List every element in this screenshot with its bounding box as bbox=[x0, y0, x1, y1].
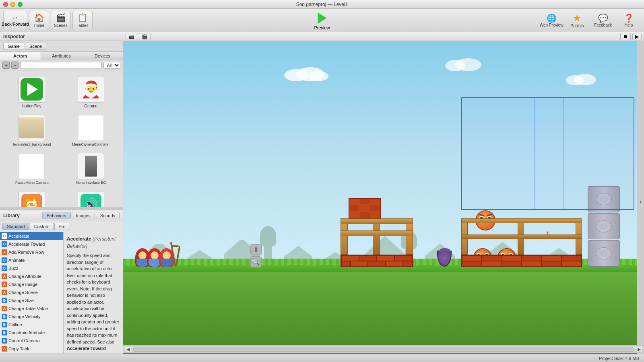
tab-pro[interactable]: Pro bbox=[54, 223, 70, 230]
camera-tool-button[interactable]: 📷 bbox=[126, 33, 137, 40]
publish-button[interactable]: ★ Publish bbox=[565, 12, 589, 28]
behavior-desc-text: Specify the speed and direction (angle) … bbox=[67, 252, 120, 353]
behavior-label-change-table-value: Change Table Value bbox=[8, 306, 48, 311]
web-preview-button[interactable]: 🌐 Web Preview bbox=[539, 13, 564, 27]
scene-overlay-controls: ⏸ 🔍 bbox=[250, 244, 262, 267]
badge-copy-table: A bbox=[2, 346, 7, 352]
actor-item-menucam[interactable]: MenuCameraController bbox=[62, 112, 120, 149]
tab-standard[interactable]: Standard bbox=[2, 223, 29, 230]
tables-button[interactable]: 📋 Tables bbox=[72, 11, 93, 30]
behavior-item-constrain-attribute[interactable]: B Constrain Attribute bbox=[0, 329, 63, 337]
window-controls[interactable] bbox=[3, 2, 23, 7]
add-actor-button[interactable]: + bbox=[2, 62, 10, 69]
gnome-icon: 🎅 bbox=[81, 80, 101, 99]
behavior-item-accelerate[interactable]: B Accelerate bbox=[0, 232, 63, 240]
scenes-button[interactable]: 🎬 Scenes bbox=[51, 11, 71, 30]
tab-devices[interactable]: Devices bbox=[82, 52, 123, 60]
behavior-label-accelerate: Accelerate bbox=[8, 234, 29, 239]
behavior-item-buzz[interactable]: B Buzz bbox=[0, 264, 63, 272]
actor-label-buttonplay: buttonPlay bbox=[23, 104, 41, 108]
inspector-title: Inspector bbox=[3, 34, 25, 39]
tab-attributes[interactable]: Attributes bbox=[41, 52, 82, 60]
help-icon: ❓ bbox=[624, 13, 634, 23]
behavior-item-add-remove-row[interactable]: A Add/Remove Row bbox=[0, 248, 63, 256]
behavior-item-change-size[interactable]: B Change Size bbox=[0, 296, 63, 304]
nav-label: Back/Forward bbox=[2, 22, 29, 27]
inspector-tabs: Actors Attributes Devices bbox=[0, 52, 123, 60]
behavior-item-copy-table[interactable]: A Copy Table bbox=[0, 345, 63, 353]
behavior-desc-title: Accelerate (Persistent Behavior) bbox=[67, 235, 120, 250]
actor-item-buttonplay[interactable]: buttonPlay bbox=[3, 74, 61, 111]
close-button[interactable] bbox=[3, 2, 8, 7]
zoom-out-overlay-button[interactable]: 🔍 bbox=[250, 256, 262, 267]
preview-button[interactable] bbox=[315, 11, 329, 25]
feedback-icon: 💬 bbox=[598, 13, 608, 23]
pause-overlay-button[interactable]: ⏸ bbox=[250, 244, 262, 255]
home-label: Home bbox=[34, 23, 45, 28]
help-button[interactable]: ❓ Help bbox=[617, 13, 641, 27]
tab-game[interactable]: Game bbox=[3, 43, 24, 50]
back-forward-button[interactable]: ‹ › Back/Forward bbox=[3, 11, 27, 30]
actor-label-levelselect-bg: levelselect_background bbox=[13, 142, 51, 146]
main-toolbar: ‹ › Back/Forward 🏠 Home 🎬 Scenes 📋 Table… bbox=[0, 9, 644, 32]
badge-change-velocity: B bbox=[2, 314, 7, 319]
actor-label-menuinterfacebg: Menu Interface BG bbox=[76, 181, 106, 185]
behavior-item-animate[interactable]: B Animate bbox=[0, 256, 63, 264]
home-button[interactable]: 🏠 Home bbox=[29, 11, 49, 30]
behavior-item-accelerate-toward[interactable]: B Accelerate Toward bbox=[0, 240, 63, 248]
web-preview-icon: 🌐 bbox=[547, 13, 557, 23]
tab-behaviors[interactable]: Behaviors bbox=[42, 212, 71, 219]
scene-area: 📷 🎬 ⏹ ▶ bbox=[123, 32, 644, 362]
tab-sounds[interactable]: Sounds bbox=[96, 212, 120, 219]
tab-scene[interactable]: Scene bbox=[25, 43, 46, 50]
remove-actor-button[interactable]: − bbox=[11, 62, 19, 69]
scene-tools-left: 📷 🎬 bbox=[126, 33, 151, 40]
badge-change-attribute: A bbox=[2, 274, 7, 279]
behavior-item-change-attribute[interactable]: A Change Attribute bbox=[0, 272, 63, 280]
stop-tool-button[interactable]: ⏹ bbox=[620, 33, 631, 40]
tab-actors[interactable]: Actors bbox=[0, 52, 41, 60]
badge-animate: B bbox=[2, 257, 7, 263]
actor-label-gnome: Gnome bbox=[84, 104, 97, 108]
behavior-item-change-image[interactable]: A Change Image bbox=[0, 280, 63, 288]
behavior-item-change-table-value[interactable]: A Change Table Value bbox=[0, 304, 63, 313]
tab-custom[interactable]: Custom bbox=[30, 223, 54, 230]
scene-scroll-left[interactable]: ◀ bbox=[125, 347, 131, 352]
behaviors-panel: B Accelerate B Accelerate Toward A Add/R… bbox=[0, 232, 123, 353]
play-icon: ▶ bbox=[635, 34, 639, 39]
minimize-button[interactable] bbox=[10, 2, 15, 7]
film-tool-button[interactable]: 🎬 bbox=[139, 33, 151, 40]
library-header: Library Behaviors Images Sounds bbox=[0, 210, 123, 221]
behavior-label-change-attribute: Change Attribute bbox=[8, 274, 41, 279]
behavior-item-change-scene[interactable]: A Change Scene bbox=[0, 288, 63, 296]
behavior-item-collide[interactable]: B Collide bbox=[0, 321, 63, 329]
behavior-item-change-velocity[interactable]: B Change Velocity bbox=[0, 313, 63, 321]
actor-item-menusound[interactable]: 🔊 menuSound bbox=[62, 189, 120, 207]
title-bar: Sod.gameproj — Level1 bbox=[0, 0, 644, 9]
web-preview-label: Web Preview bbox=[540, 23, 564, 27]
behavior-label-change-velocity: Change Velocity bbox=[8, 314, 41, 319]
brick-structure-left bbox=[341, 218, 413, 267]
forward-arrow-icon: › bbox=[16, 14, 18, 21]
tables-icon: 📋 bbox=[78, 13, 88, 23]
actor-item-menureplay[interactable]: 🔁 menuReplay bbox=[3, 189, 61, 207]
badge-change-table-value: A bbox=[2, 306, 7, 311]
play-tool-button[interactable]: ▶ bbox=[632, 33, 642, 40]
maximize-button[interactable] bbox=[18, 2, 23, 7]
actor-filter-input[interactable] bbox=[20, 62, 102, 68]
feedback-button[interactable]: 💬 Feedback bbox=[591, 13, 615, 27]
badge-accelerate-toward: B bbox=[2, 241, 7, 247]
actor-item-gnome[interactable]: 🎅 Gnome bbox=[62, 74, 120, 111]
actor-filter-dropdown[interactable]: All bbox=[103, 62, 120, 69]
preview-play-icon bbox=[318, 12, 326, 24]
scene-h-scrollbar[interactable] bbox=[133, 348, 634, 352]
behavior-item-control-camera[interactable]: B Control Camera bbox=[0, 337, 63, 345]
tables-label: Tables bbox=[77, 23, 89, 28]
actor-item-levelselect-bg[interactable]: levelselect_background bbox=[3, 112, 61, 149]
right-panel-toggle[interactable]: › bbox=[637, 41, 644, 362]
tab-images[interactable]: Images bbox=[72, 212, 95, 219]
actor-item-pausecam[interactable]: PauseMenu Camera bbox=[3, 150, 61, 187]
toolbar-left-group: ‹ › Back/Forward 🏠 Home 🎬 Scenes 📋 Table… bbox=[3, 11, 93, 30]
scene-scroll-right[interactable]: ▶ bbox=[636, 347, 642, 352]
actor-item-menuinterfacebg[interactable]: Menu Interface BG bbox=[62, 150, 120, 187]
